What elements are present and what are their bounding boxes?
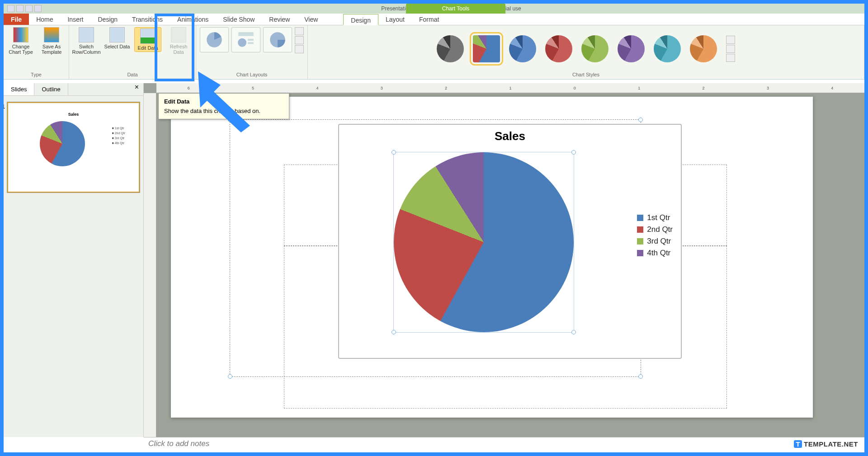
svg-rect-3 [248,39,254,41]
thumb-pie-icon [40,121,85,166]
tab-review[interactable]: Review [262,14,297,25]
tab-design[interactable]: Design [91,14,125,25]
notes-placeholder: Click to add notes [148,439,209,448]
chevron-up-icon[interactable] [726,36,735,44]
layout-scroll[interactable] [295,27,304,53]
watermark: TTEMPLATE.NET [794,440,858,448]
tab-chart-format[interactable]: Format [412,14,446,25]
group-type: Change Chart Type Save As Template Type [4,25,69,79]
chart-layout-3[interactable] [263,27,292,52]
slides-tab[interactable]: Slides [4,83,34,95]
chart-title[interactable]: Sales [339,129,681,143]
tab-slideshow[interactable]: Slide Show [216,14,262,25]
resize-handle[interactable] [571,330,576,334]
legend-item[interactable]: 3rd Qtr [637,237,673,246]
vertical-ruler [144,93,156,437]
workspace: Slides Outline × 1 Sales ■ 1st Qtr■ 2nd … [4,83,864,437]
chevron-up-icon[interactable] [295,27,304,35]
chart-layout-1[interactable] [200,27,229,52]
resize-handle[interactable] [392,150,396,155]
slides-panel: Slides Outline × 1 Sales ■ 1st Qtr■ 2nd … [4,83,144,437]
notes-pane[interactable]: Click to add notes [144,437,864,452]
tab-chart-layout[interactable]: Layout [378,14,412,25]
chart-style-4[interactable] [545,35,572,62]
chart-style-2[interactable] [473,35,500,62]
group-label-data: Data [127,70,137,79]
change-chart-type-button[interactable]: Change Chart Type [7,27,34,55]
slide-thumbnail-1[interactable]: 1 Sales ■ 1st Qtr■ 2nd Qtr■ 3rd Qtr■ 4th… [7,102,140,193]
horizontal-ruler: 65432101234 [156,83,864,93]
slide-canvas[interactable]: C le Sales 1st Qtr2nd Qtr3rd Qtr4th Qtr [171,97,813,418]
switch-row-column-button[interactable]: Switch Row/Column [73,27,100,55]
tab-home[interactable]: Home [29,14,60,25]
legend-item[interactable]: 1st Qtr [637,213,673,222]
chart-style-1[interactable] [437,35,464,62]
chevron-down-icon[interactable] [295,36,304,44]
resize-handle[interactable] [638,118,643,122]
legend-item[interactable]: 2nd Qtr [637,225,673,234]
more-icon[interactable] [726,54,735,62]
tab-view[interactable]: View [297,14,325,25]
chart-style-3[interactable] [509,35,536,62]
save-as-template-button[interactable]: Save As Template [38,27,65,55]
tab-insert[interactable]: Insert [60,14,90,25]
svg-rect-4 [248,42,254,44]
chart-object[interactable]: Sales 1st Qtr2nd Qtr3rd Qtr4th Qtr [338,124,682,359]
more-icon[interactable] [295,45,304,53]
excel-icon [140,28,156,44]
svg-rect-1 [238,32,254,36]
chart-layout-2[interactable] [231,27,260,52]
grid-icon [109,27,125,42]
group-chart-styles: Chart Styles [308,25,864,79]
tab-chart-design[interactable]: Design [343,14,378,25]
bar-chart-icon [13,27,28,42]
close-panel-button[interactable]: × [130,83,143,95]
edit-area: 65432101234 C le Sales [144,83,864,437]
group-label-styles: Chart Styles [572,70,599,79]
style-scroll[interactable] [726,36,735,62]
chart-style-7[interactable] [654,35,681,62]
annotation-highlight [155,14,194,81]
group-label-type: Type [31,70,42,79]
svg-marker-6 [198,71,250,132]
quick-access-toolbar[interactable] [7,5,42,12]
slide-number: 1 [2,103,5,110]
resize-handle[interactable] [571,150,576,155]
thumb-chart-title: Sales [8,112,139,117]
pie-chart[interactable] [394,152,574,332]
contextual-tab-label: Chart Tools [406,4,505,14]
chart-style-8[interactable] [690,35,717,62]
switch-icon [79,27,94,42]
thumb-legend: ■ 1st Qtr■ 2nd Qtr■ 3rd Qtr■ 4th Qtr [112,126,125,146]
legend-item[interactable]: 4th Qtr [637,249,673,258]
select-data-button[interactable]: Select Data [104,27,131,49]
outline-tab[interactable]: Outline [34,83,68,95]
ribbon: Change Chart Type Save As Template Type … [4,25,864,80]
resize-handle[interactable] [228,374,232,379]
chart-style-6[interactable] [618,35,645,62]
template-icon [44,27,59,42]
chart-legend[interactable]: 1st Qtr2nd Qtr3rd Qtr4th Qtr [637,211,673,260]
tab-file[interactable]: File [4,14,29,25]
ribbon-tabs: File Home Insert Design Transitions Anim… [4,14,864,25]
svg-point-2 [238,38,246,47]
annotation-arrow [189,67,261,135]
resize-handle[interactable] [392,330,396,334]
chart-style-5[interactable] [581,35,609,62]
chevron-down-icon[interactable] [726,45,735,53]
plot-area[interactable] [393,152,574,333]
